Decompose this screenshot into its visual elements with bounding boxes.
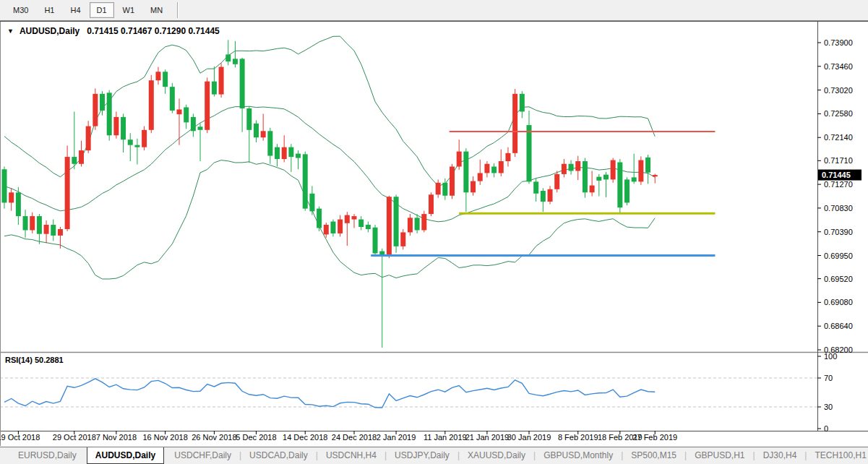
candle[interactable] — [554, 171, 559, 192]
timeframe-button-d1[interactable]: D1 — [90, 2, 114, 18]
current-price-tag-value: 0.71445 — [822, 171, 851, 179]
candle[interactable] — [170, 83, 175, 113]
tab-sp500-m15[interactable]: SP500,M15 — [623, 447, 684, 464]
price-tick-label: 0.69080 — [824, 298, 853, 306]
timeframe-button-group: M30H1H4D1W1MN — [6, 2, 171, 18]
date-tick-label: 30 Jan 2019 — [507, 433, 551, 442]
price-tick-label: 0.73460 — [824, 62, 853, 71]
price-tick-label: 0.71270 — [824, 180, 853, 189]
tab-usdjpy-daily[interactable]: USDJPY,Daily — [387, 447, 457, 464]
tab-gbpusd-monthly[interactable]: GBPUSD,Monthly — [536, 447, 621, 464]
candle[interactable] — [107, 90, 112, 141]
tab-tech100-h1[interactable]: TECH100,H1 — [807, 447, 868, 464]
candle[interactable] — [583, 158, 588, 198]
tab-eurusd-daily[interactable]: EURUSD,Daily — [10, 447, 85, 464]
symbol-tabs: EURUSD,Daily|AUDUSD,Daily|USDCHF,Daily|U… — [10, 447, 868, 464]
toolbar-separator — [177, 2, 178, 18]
candle[interactable] — [303, 152, 308, 211]
candle[interactable] — [421, 211, 426, 233]
tab-usdcad-daily[interactable]: USDCAD,Daily — [241, 447, 316, 464]
candle[interactable] — [93, 88, 98, 129]
candle[interactable] — [638, 156, 643, 185]
rsi-tick-label: 100 — [824, 352, 837, 361]
price-tick-label: 0.70390 — [824, 228, 853, 236]
chart-canvas[interactable]: 0.739000.734600.730200.725800.721400.717… — [0, 21, 868, 447]
candle[interactable] — [450, 164, 455, 199]
candle[interactable] — [219, 63, 224, 98]
terminal-window: M30H1H4D1W1MN 0.739000.734600.730200.725… — [0, 0, 868, 464]
price-tick-label: 0.71710 — [824, 156, 853, 165]
price-tick-label: 0.68640 — [824, 322, 853, 330]
date-tick-label: 21 Jan 2019 — [465, 433, 510, 442]
candle[interactable] — [611, 158, 616, 183]
candle[interactable] — [512, 89, 517, 157]
tab-usdchf-daily[interactable]: USDCHF,Daily — [166, 447, 239, 464]
rsi-tick-label: 70 — [824, 374, 833, 382]
price-tick-label: 0.69520 — [824, 275, 853, 283]
timeframe-toolbar: M30H1H4D1W1MN — [0, 0, 868, 21]
candle[interactable] — [387, 196, 392, 258]
timeframe-button-m30[interactable]: M30 — [6, 2, 35, 18]
price-tick-label: 0.72140 — [824, 133, 853, 142]
date-tick-label: 5 Dec 2018 — [236, 433, 276, 442]
chart-window: 0.739000.734600.730200.725800.721400.717… — [0, 21, 868, 447]
date-tick-label: 19 Oct 2018 — [0, 433, 40, 442]
date-tick-label: 29 Oct 2018 — [53, 433, 96, 442]
tab-xauusd-daily[interactable]: XAUUSD,Daily — [460, 447, 533, 464]
date-tick-label: 2 Jan 2019 — [377, 433, 416, 442]
date-tick-label: 16 Nov 2018 — [142, 433, 187, 442]
date-tick-label: 14 Dec 2018 — [283, 433, 327, 442]
price-tick-label: 0.70830 — [824, 204, 853, 212]
candle[interactable] — [2, 166, 7, 208]
tab-dj30-h4[interactable]: DJ30,H4 — [755, 447, 805, 464]
price-tick-label: 0.73900 — [824, 38, 853, 47]
tab-gbpusd-h1[interactable]: GBPUSD,H1 — [687, 447, 752, 464]
candle[interactable] — [205, 77, 210, 133]
price-tick-label: 0.72580 — [824, 109, 853, 118]
candle[interactable] — [624, 177, 629, 205]
date-tick-label: 7 Nov 2018 — [96, 433, 137, 442]
candle[interactable] — [617, 159, 622, 213]
candle[interactable] — [65, 145, 70, 231]
candle[interactable] — [373, 225, 378, 255]
date-tick-label: 11 Jan 2019 — [424, 433, 467, 442]
symbol-tab-bar: EURUSD,Daily|AUDUSD,Daily|USDCHF,Daily|U… — [0, 447, 868, 464]
price-tick-label: 0.69950 — [824, 252, 853, 260]
candle[interactable] — [149, 75, 154, 134]
candle[interactable] — [429, 192, 434, 216]
timeframe-button-w1[interactable]: W1 — [116, 2, 142, 18]
date-tick-label: 24 Dec 2018 — [332, 433, 377, 442]
candle[interactable] — [317, 207, 322, 231]
rsi-tick-label: 30 — [824, 403, 833, 411]
date-axis[interactable]: 19 Oct 201829 Oct 20187 Nov 201816 Nov 2… — [0, 431, 677, 442]
price-tick-label: 0.73020 — [824, 86, 853, 95]
timeframe-button-mn[interactable]: MN — [143, 2, 170, 18]
date-tick-label: 8 Feb 2019 — [558, 433, 598, 442]
rsi-tick-label: 0 — [824, 424, 828, 433]
tab-audusd-daily[interactable]: AUDUSD,Daily — [87, 447, 164, 464]
date-tick-label: 27 Feb 2019 — [632, 433, 677, 442]
candle[interactable] — [394, 194, 399, 253]
timeframe-button-h4[interactable]: H4 — [63, 2, 87, 18]
timeframe-button-h1[interactable]: H1 — [37, 2, 61, 18]
date-tick-label: 26 Nov 2018 — [192, 433, 236, 442]
tab-usdcnh-h4[interactable]: USDCNH,H4 — [318, 447, 384, 464]
